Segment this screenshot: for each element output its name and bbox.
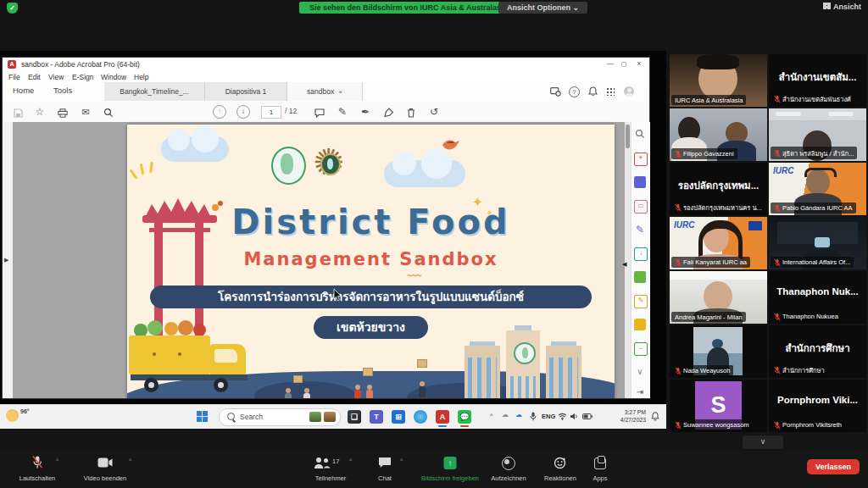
organize-pages-icon[interactable]: ▭: [634, 200, 648, 214]
participant-tile[interactable]: สำนักการศึกษา สำนักการศึกษา: [769, 325, 866, 378]
participant-tile[interactable]: Filippo Gavazzeni: [670, 108, 767, 161]
participant-tile[interactable]: Pornphrom Viki... Pornphrom Vikitsreth: [769, 380, 866, 432]
microsoft-store-icon[interactable]: ⊞: [392, 410, 405, 424]
star-favorites-icon[interactable]: ☆: [33, 105, 47, 119]
acrobat-titlebar[interactable]: A sandbox - Adobe Acrobat Pro (64-bit) —…: [3, 58, 649, 72]
share-screen-icon[interactable]: [550, 87, 561, 97]
view-layout-button[interactable]: Ansicht: [823, 3, 861, 11]
menu-window[interactable]: Window: [101, 73, 126, 81]
wifi-icon[interactable]: [558, 413, 567, 420]
scrollbar-thumb[interactable]: [626, 125, 630, 148]
doc-tab-bangkok-timeline[interactable]: Bangkok_Timeline_...: [104, 82, 205, 101]
participant-tile[interactable]: สำนักงานเขตสัม... สำนักงานเขตสัมพันธวงศ์: [769, 54, 866, 107]
copilot-icon[interactable]: [414, 410, 427, 424]
participant-big-name: Pornphrom Viki...: [772, 395, 863, 405]
more-tools-icon[interactable]: ∨: [634, 366, 646, 378]
line-app-icon[interactable]: 💬: [458, 410, 471, 424]
stamp-icon[interactable]: [381, 105, 395, 119]
notification-bell-icon[interactable]: [588, 86, 598, 97]
close-button[interactable]: ×: [634, 59, 644, 68]
acrobat-taskbar-icon[interactable]: A: [436, 410, 449, 424]
participant-tile[interactable]: สุธิดา พรสลิมพูน / สำนัก...: [769, 108, 866, 161]
close-tab-icon[interactable]: ×: [338, 88, 342, 96]
minimize-button[interactable]: —: [605, 59, 615, 68]
muted-mic-icon: [675, 150, 682, 158]
sign-tool-icon[interactable]: ✎: [634, 224, 646, 236]
taskbar-clock[interactable]: 3:27 PM4/27/2023: [620, 408, 646, 424]
pencil-edit-icon[interactable]: ✎: [336, 105, 349, 119]
battery-icon[interactable]: [582, 413, 593, 419]
help-icon[interactable]: ?: [569, 86, 580, 97]
participant-name: รองปลัดกรุงเทพมหานคร น...: [671, 201, 765, 214]
edit-pdf-icon[interactable]: [634, 271, 646, 283]
pdf-page[interactable]: ✺ ✦ ✧ District Food Management Sandbox: [127, 125, 615, 398]
onedrive-icon[interactable]: ☁: [515, 411, 522, 419]
combine-files-icon[interactable]: [634, 176, 646, 188]
menu-edit[interactable]: Edit: [28, 73, 41, 81]
tray-chevron-icon[interactable]: ^: [490, 413, 492, 419]
video-options-chevron[interactable]: ^: [129, 458, 131, 463]
maximize-button[interactable]: ▢: [619, 61, 629, 68]
create-pdf-icon[interactable]: +: [634, 152, 648, 166]
cloud-tray-icon[interactable]: ☁: [502, 411, 509, 419]
expand-left-panel-icon[interactable]: ▶: [4, 257, 8, 263]
print-icon[interactable]: [56, 105, 70, 119]
gallery-scroll-down-button[interactable]: ∨: [743, 435, 783, 449]
leave-meeting-button[interactable]: Verlassen: [807, 459, 860, 474]
menu-esign[interactable]: E-Sign: [72, 73, 94, 81]
participant-tile[interactable]: International Affairs Of...: [769, 217, 866, 269]
tab-home[interactable]: Home: [13, 86, 34, 95]
view-options-button[interactable]: Ansicht Optionen ⌄: [498, 2, 587, 14]
print-production-icon[interactable]: ⎯: [634, 342, 648, 356]
next-page-icon[interactable]: ↓: [236, 105, 250, 119]
undo-icon[interactable]: ↺: [427, 105, 441, 119]
page-number-input[interactable]: 1: [261, 106, 281, 119]
collapse-tools-panel-icon[interactable]: ◀: [622, 261, 626, 268]
search-tool-icon[interactable]: [634, 129, 646, 141]
request-signatures-icon[interactable]: ✎: [634, 295, 648, 308]
tray-mic-icon[interactable]: [530, 412, 537, 421]
participants-chevron[interactable]: ^: [349, 458, 352, 463]
participant-tile[interactable]: IURC Pablo Gándara IURC AA: [769, 163, 866, 215]
comment-tool-icon[interactable]: [634, 319, 646, 330]
notification-bell-icon[interactable]: [651, 412, 659, 421]
eu-flag-graphic: [748, 221, 762, 230]
language-indicator[interactable]: ENG: [542, 413, 555, 420]
weather-icon[interactable]: [6, 409, 19, 422]
vertical-scrollbar[interactable]: [625, 122, 631, 398]
previous-page-icon[interactable]: ↑: [213, 105, 226, 119]
apps-waffle-icon[interactable]: [606, 87, 615, 96]
search-icon[interactable]: [102, 105, 115, 119]
account-avatar[interactable]: [624, 86, 634, 97]
doc-tab-sandbox[interactable]: sandbox×: [287, 82, 363, 101]
doc-tab-diapositiva[interactable]: Diapositiva 1: [205, 82, 287, 101]
export-pdf-icon[interactable]: ↓: [634, 247, 648, 261]
participant-tile[interactable]: IURC Faii Kanyarat IURC aa: [670, 217, 767, 269]
taskbar-search[interactable]: Search: [219, 408, 341, 426]
panel-toggle-icon[interactable]: ⇥: [634, 386, 646, 398]
participant-tile[interactable]: Andrea Magarini - Milan: [670, 271, 767, 324]
district-emblem-logo: ✺: [310, 143, 348, 182]
comment-icon[interactable]: [313, 105, 326, 119]
fill-sign-icon[interactable]: ✒: [359, 105, 372, 119]
speaker-icon[interactable]: [570, 413, 579, 420]
task-view-icon[interactable]: ❏: [348, 410, 361, 424]
teams-icon[interactable]: T: [370, 410, 383, 424]
windows-start-button[interactable]: [197, 411, 208, 422]
tab-tools[interactable]: Tools: [53, 86, 72, 95]
email-icon[interactable]: ✉: [79, 105, 92, 119]
participant-tile[interactable]: รองปลัดกรุงเทพม... รองปลัดกรุงเทพมหานคร …: [670, 163, 767, 215]
menu-file[interactable]: File: [8, 73, 20, 81]
menu-help[interactable]: Help: [134, 73, 148, 81]
security-shield-icon[interactable]: ✓: [7, 3, 18, 14]
participant-tile[interactable]: Thanaphon Nuk... Thanaphon Nukuea: [769, 271, 866, 324]
save-icon[interactable]: [11, 105, 25, 119]
participant-tile[interactable]: IURC Asia & Australasia: [670, 54, 767, 107]
mute-options-chevron[interactable]: ^: [56, 458, 58, 463]
chat-chevron[interactable]: ^: [400, 458, 403, 463]
delete-page-icon[interactable]: [404, 105, 418, 119]
building-graphic: [465, 330, 581, 398]
menu-view[interactable]: View: [48, 73, 64, 81]
participant-tile[interactable]: S Suwannee wongsasom: [670, 380, 767, 432]
participant-tile[interactable]: Nada Weayusoh: [670, 325, 767, 378]
